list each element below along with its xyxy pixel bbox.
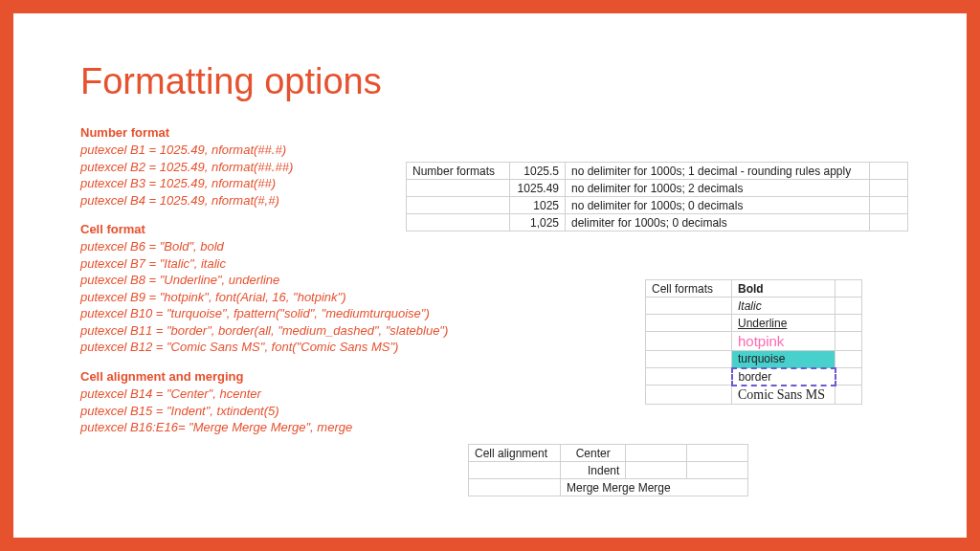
table-row: Merge Merge Merge <box>469 479 748 496</box>
cell-value: 1025 <box>510 197 566 214</box>
code-line: putexcel B14 = "Center", hcenter <box>80 386 482 403</box>
empty-cell <box>626 462 687 479</box>
table-label: Cell alignment <box>469 445 561 462</box>
code-line: putexcel B11 = "border", border(all, "me… <box>80 322 482 340</box>
page-title: Formatting options <box>80 61 900 102</box>
empty-cell <box>469 479 561 496</box>
empty-cell <box>646 351 732 368</box>
table-row: Comic Sans MS <box>646 386 862 405</box>
number-formats-table: Number formats 1025.5 no delimiter for 1… <box>406 162 908 231</box>
cell-merge: Merge Merge Merge <box>561 479 748 496</box>
cell-comic-sans: Comic Sans MS <box>732 386 835 405</box>
code-line: putexcel B8 = "Underline", underline <box>80 272 482 289</box>
table-label: Number formats <box>407 163 510 180</box>
table-row: Underline <box>646 315 862 332</box>
alignment-table: Cell alignment Center Indent Merge Merge… <box>468 444 748 496</box>
table-row: 1,025 delimiter for 1000s; 0 decimals <box>407 214 908 231</box>
cell-value: 1,025 <box>510 214 566 231</box>
code-line: putexcel B12 = "Comic Sans MS", font("Co… <box>80 339 482 356</box>
empty-cell <box>646 315 732 332</box>
cell-underline: Underline <box>732 315 835 332</box>
code-line: putexcel B1 = 1025.49, nformat(##.#) <box>80 142 482 159</box>
empty-cell <box>687 445 748 462</box>
empty-cell <box>835 351 862 368</box>
code-line: putexcel B16:E16= "Merge Merge Merge", m… <box>80 419 482 436</box>
cell-desc: no delimiter for 1000s; 2 decimals <box>566 180 870 197</box>
section-alignment: Cell alignment and merging <box>80 369 482 384</box>
empty-cell <box>870 180 908 197</box>
empty-cell <box>626 445 687 462</box>
empty-cell <box>870 214 908 231</box>
empty-cell <box>835 368 862 386</box>
table-row: Italic <box>646 298 862 315</box>
empty-cell <box>687 462 748 479</box>
code-line: putexcel B6 = "Bold", bold <box>80 238 482 255</box>
cell-italic: Italic <box>732 298 835 315</box>
empty-cell <box>835 332 862 351</box>
cell-desc: no delimiter for 1000s; 0 decimals <box>566 197 870 214</box>
table-row: Cell alignment Center <box>469 445 748 462</box>
empty-cell <box>646 332 732 351</box>
table-row: Number formats 1025.5 no delimiter for 1… <box>407 163 908 180</box>
cell-bold: Bold <box>732 280 835 298</box>
code-line: putexcel B7 = "Italic", italic <box>80 255 482 273</box>
cell-turquoise: turquoise <box>732 351 835 368</box>
empty-cell <box>407 180 510 197</box>
code-line: putexcel B10 = "turquoise", fpattern("so… <box>80 305 482 322</box>
table-row: hotpink <box>646 332 862 351</box>
table-row: turquoise <box>646 351 862 368</box>
cell-indent: Indent <box>561 462 626 479</box>
cell-hotpink: hotpink <box>732 332 835 351</box>
cell-value: 1025.5 <box>510 163 566 180</box>
section-number-format: Number format <box>80 125 482 140</box>
table-row: Cell formats Bold <box>646 280 862 298</box>
empty-cell <box>407 214 510 231</box>
empty-cell <box>870 163 908 180</box>
cell-value: 1025.49 <box>510 180 566 197</box>
table-row: border <box>646 368 862 386</box>
slide-frame: Formatting options Number format putexce… <box>0 0 980 551</box>
cell-center: Center <box>561 445 626 462</box>
empty-cell <box>469 462 561 479</box>
table-label: Cell formats <box>646 280 732 298</box>
table-row: Indent <box>469 462 748 479</box>
code-line: putexcel B15 = "Indent", txtindent(5) <box>80 403 482 420</box>
empty-cell <box>835 386 862 405</box>
table-row: 1025.49 no delimiter for 1000s; 2 decima… <box>407 180 908 197</box>
cell-border: border <box>732 368 835 386</box>
empty-cell <box>870 197 908 214</box>
empty-cell <box>835 280 862 298</box>
empty-cell <box>835 315 862 332</box>
cell-desc: delimiter for 1000s; 0 decimals <box>566 214 870 231</box>
cell-formats-table: Cell formats Bold Italic Underline hotpi… <box>645 279 862 405</box>
empty-cell <box>646 298 732 315</box>
code-line: putexcel B9 = "hotpink", font(Arial, 16,… <box>80 289 482 306</box>
empty-cell <box>835 298 862 315</box>
empty-cell <box>646 368 732 386</box>
table-row: 1025 no delimiter for 1000s; 0 decimals <box>407 197 908 214</box>
empty-cell <box>407 197 510 214</box>
cell-desc: no delimiter for 1000s; 1 decimal - roun… <box>566 163 870 180</box>
empty-cell <box>646 386 732 405</box>
